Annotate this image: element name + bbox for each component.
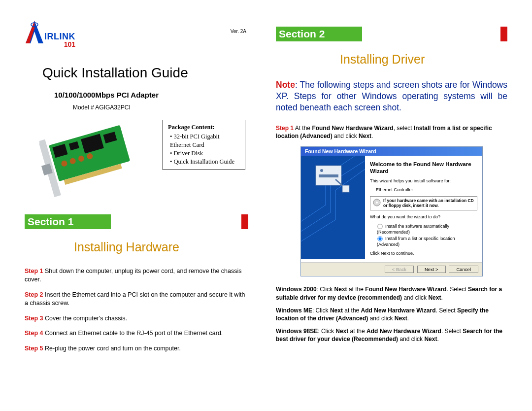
hardware-step-5: Step 5 Re-plug the power cord and turn o…: [25, 344, 248, 353]
hardware-step-4: Step 4 Connect an Ethernet cable to the …: [25, 329, 248, 338]
cancel-button[interactable]: Cancel: [449, 266, 478, 273]
package-item: 32-bit PCI Gigabit Ethernet Card: [170, 133, 240, 149]
model-number: Model # AGIGA32PCI: [73, 104, 248, 111]
section-1-label: Section 1: [25, 214, 111, 229]
brand-logo: IRLINK 101: [25, 20, 248, 48]
wizard-device-name: Ethernet Controller: [376, 187, 477, 193]
wizard-button-row: < Back Next > Cancel: [301, 262, 482, 276]
hardware-wizard-dialog: Found New Hardware Wizard: [300, 146, 483, 277]
back-button[interactable]: < Back: [385, 266, 414, 273]
section-1-bar: Section 1: [25, 214, 248, 229]
product-row: Package Content: 32-bit PCI Gigabit Ethe…: [25, 120, 248, 201]
wizard-content: Welcome to the Found New Hardware Wizard…: [365, 156, 482, 263]
driver-step-1: Step 1 At the Found New Hardware Wizard,…: [276, 124, 507, 140]
product-subtitle: 10/100/1000Mbps PCI Adapter: [54, 91, 248, 99]
note-label: Note: [276, 80, 295, 90]
wizard-cd-note: If your hardware came with an installati…: [370, 196, 477, 210]
next-button[interactable]: Next >: [417, 266, 446, 273]
logo-text: IRLINK 101: [44, 32, 75, 48]
section-bar-accent: [241, 214, 248, 229]
wizard-option-auto[interactable]: Install the software automatically (Reco…: [377, 223, 477, 235]
wizard-welcome: Welcome to the Found New Hardware Wizard: [370, 161, 477, 175]
package-content-box: Package Content: 32-bit PCI Gigabit Ethe…: [163, 120, 245, 170]
wizard-continue-text: Click Next to continue.: [370, 251, 477, 257]
pci-card-image: [39, 117, 148, 201]
left-column: Ver. 2A IRLINK 101 Quick Installation Gu…: [0, 0, 266, 411]
installing-driver-heading: Installing Driver: [340, 52, 507, 67]
package-item: Driver Disk: [170, 149, 240, 158]
section-bar-accent: [500, 27, 507, 41]
logo-mark-icon: [25, 20, 45, 45]
svg-point-16: [320, 169, 323, 172]
svg-rect-17: [342, 185, 349, 192]
wizard-question: What do you want the wizard to do?: [370, 214, 477, 220]
hardware-step-3: Step 3 Cover the computer's chassis.: [25, 314, 248, 323]
wizard-option-advanced[interactable]: Install from a list or specific location…: [377, 236, 477, 247]
svg-point-19: [376, 202, 378, 204]
wizard-helps-text: This wizard helps you install software f…: [370, 178, 477, 184]
os-note-win2000: Windows 2000: Click Next at the Found Ne…: [276, 285, 507, 301]
section-2-bar: Section 2: [276, 27, 507, 41]
svg-rect-15: [319, 174, 338, 177]
hardware-step-1: Step 1 Shut down the computer, unplug it…: [25, 267, 248, 284]
note-paragraph: Note: The following steps and screen sho…: [276, 79, 507, 113]
installing-hardware-heading: Installing Hardware: [74, 240, 248, 254]
package-item: Quick Installation Guide: [170, 158, 240, 166]
section-2-label: Section 2: [276, 27, 362, 41]
page-title: Quick Installation Guide: [42, 65, 248, 81]
os-note-winme: Windows ME: Click Next at the Add New Ha…: [276, 307, 507, 322]
hardware-step-2: Step 2 Insert the Ethernet card into a P…: [25, 291, 248, 308]
wizard-titlebar: Found New Hardware Wizard: [301, 147, 482, 156]
right-column: Section 2 Installing Driver Note: The fo…: [266, 0, 532, 411]
os-note-win98se: Windows 98SE: Click Next at the Add New …: [276, 327, 507, 343]
wizard-sidebar-graphic: [301, 156, 365, 259]
version-label: Ver. 2A: [231, 29, 246, 34]
package-title: Package Content:: [168, 123, 240, 132]
